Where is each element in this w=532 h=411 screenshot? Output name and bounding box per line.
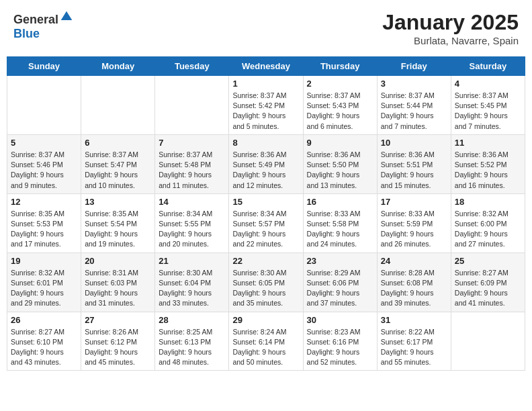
calendar-cell: 3Sunrise: 8:37 AM Sunset: 5:44 PM Daylig…	[377, 76, 451, 135]
day-number: 30	[307, 315, 373, 325]
day-number: 24	[381, 256, 447, 266]
day-number: 2	[307, 79, 373, 89]
day-info: Sunrise: 8:35 AM Sunset: 5:54 PM Dayligh…	[85, 209, 151, 250]
day-number: 17	[381, 197, 447, 207]
day-info: Sunrise: 8:23 AM Sunset: 6:16 PM Dayligh…	[307, 327, 373, 368]
day-number: 29	[232, 315, 299, 325]
logo-text: General Blue	[13, 10, 73, 41]
day-number: 7	[159, 138, 225, 148]
calendar-cell: 31Sunrise: 8:22 AM Sunset: 6:17 PM Dayli…	[377, 312, 451, 371]
calendar-cell	[451, 312, 525, 371]
calendar-cell: 6Sunrise: 8:37 AM Sunset: 5:47 PM Daylig…	[81, 134, 155, 193]
day-number: 20	[85, 256, 151, 266]
calendar-cell: 2Sunrise: 8:37 AM Sunset: 5:43 PM Daylig…	[303, 76, 377, 135]
weekday-header: Saturday	[451, 57, 525, 76]
logo-icon	[60, 10, 73, 24]
day-number: 11	[455, 138, 521, 148]
day-number: 28	[159, 315, 225, 325]
calendar-cell: 26Sunrise: 8:27 AM Sunset: 6:10 PM Dayli…	[7, 312, 81, 371]
location: Burlata, Navarre, Spain	[382, 35, 519, 46]
day-info: Sunrise: 8:36 AM Sunset: 5:49 PM Dayligh…	[232, 150, 299, 191]
day-number: 4	[455, 79, 521, 89]
logo-blue: Blue	[13, 27, 40, 40]
calendar-cell: 18Sunrise: 8:32 AM Sunset: 6:00 PM Dayli…	[451, 193, 525, 253]
day-number: 22	[232, 256, 299, 266]
calendar-cell	[155, 76, 229, 135]
day-number: 1	[232, 79, 299, 89]
day-number: 25	[455, 256, 521, 266]
calendar-cell: 5Sunrise: 8:37 AM Sunset: 5:46 PM Daylig…	[7, 134, 81, 193]
day-info: Sunrise: 8:37 AM Sunset: 5:48 PM Dayligh…	[159, 150, 225, 191]
day-info: Sunrise: 8:25 AM Sunset: 6:13 PM Dayligh…	[159, 327, 225, 368]
day-info: Sunrise: 8:29 AM Sunset: 6:06 PM Dayligh…	[307, 268, 373, 309]
day-number: 19	[11, 256, 77, 266]
calendar-cell: 17Sunrise: 8:33 AM Sunset: 5:59 PM Dayli…	[377, 193, 451, 253]
day-number: 27	[85, 315, 151, 325]
day-number: 18	[455, 197, 521, 207]
calendar-cell: 21Sunrise: 8:30 AM Sunset: 6:04 PM Dayli…	[155, 253, 229, 312]
day-info: Sunrise: 8:33 AM Sunset: 5:58 PM Dayligh…	[307, 209, 373, 250]
calendar-week-row: 26Sunrise: 8:27 AM Sunset: 6:10 PM Dayli…	[7, 312, 525, 371]
day-number: 3	[381, 79, 447, 89]
calendar-week-row: 12Sunrise: 8:35 AM Sunset: 5:53 PM Dayli…	[7, 193, 525, 253]
day-info: Sunrise: 8:27 AM Sunset: 6:10 PM Dayligh…	[11, 327, 77, 368]
day-number: 6	[85, 138, 151, 148]
day-info: Sunrise: 8:37 AM Sunset: 5:47 PM Dayligh…	[85, 150, 151, 191]
calendar-cell: 8Sunrise: 8:36 AM Sunset: 5:49 PM Daylig…	[229, 134, 303, 193]
weekday-header: Monday	[81, 57, 155, 76]
day-info: Sunrise: 8:35 AM Sunset: 5:53 PM Dayligh…	[11, 209, 77, 250]
day-info: Sunrise: 8:37 AM Sunset: 5:43 PM Dayligh…	[307, 91, 373, 132]
calendar-cell: 27Sunrise: 8:26 AM Sunset: 6:12 PM Dayli…	[81, 312, 155, 371]
weekday-header: Friday	[377, 57, 451, 76]
day-info: Sunrise: 8:32 AM Sunset: 6:00 PM Dayligh…	[455, 209, 521, 250]
day-number: 13	[85, 197, 151, 207]
day-info: Sunrise: 8:37 AM Sunset: 5:45 PM Dayligh…	[455, 91, 521, 132]
calendar-cell: 12Sunrise: 8:35 AM Sunset: 5:53 PM Dayli…	[7, 193, 81, 253]
calendar-cell: 13Sunrise: 8:35 AM Sunset: 5:54 PM Dayli…	[81, 193, 155, 253]
calendar-cell: 19Sunrise: 8:32 AM Sunset: 6:01 PM Dayli…	[7, 253, 81, 312]
day-info: Sunrise: 8:30 AM Sunset: 6:04 PM Dayligh…	[159, 268, 225, 309]
calendar-cell: 23Sunrise: 8:29 AM Sunset: 6:06 PM Dayli…	[303, 253, 377, 312]
day-info: Sunrise: 8:33 AM Sunset: 5:59 PM Dayligh…	[381, 209, 447, 250]
day-number: 10	[381, 138, 447, 148]
day-number: 16	[307, 197, 373, 207]
calendar-cell: 14Sunrise: 8:34 AM Sunset: 5:55 PM Dayli…	[155, 193, 229, 253]
day-info: Sunrise: 8:31 AM Sunset: 6:03 PM Dayligh…	[85, 268, 151, 309]
day-info: Sunrise: 8:26 AM Sunset: 6:12 PM Dayligh…	[85, 327, 151, 368]
title-block: January 2025 Burlata, Navarre, Spain	[382, 10, 519, 46]
calendar-week-row: 19Sunrise: 8:32 AM Sunset: 6:01 PM Dayli…	[7, 253, 525, 312]
calendar-cell: 20Sunrise: 8:31 AM Sunset: 6:03 PM Dayli…	[81, 253, 155, 312]
day-number: 14	[159, 197, 225, 207]
weekday-header: Sunday	[7, 57, 81, 76]
day-info: Sunrise: 8:22 AM Sunset: 6:17 PM Dayligh…	[381, 327, 447, 368]
logo: General Blue	[13, 10, 73, 41]
day-number: 5	[11, 138, 77, 148]
calendar-cell: 11Sunrise: 8:36 AM Sunset: 5:52 PM Dayli…	[451, 134, 525, 193]
calendar-cell: 24Sunrise: 8:28 AM Sunset: 6:08 PM Dayli…	[377, 253, 451, 312]
month-title: January 2025	[382, 10, 519, 35]
weekday-header-row: SundayMondayTuesdayWednesdayThursdayFrid…	[7, 57, 525, 76]
day-number: 9	[307, 138, 373, 148]
calendar-cell: 22Sunrise: 8:30 AM Sunset: 6:05 PM Dayli…	[229, 253, 303, 312]
day-info: Sunrise: 8:32 AM Sunset: 6:01 PM Dayligh…	[11, 268, 77, 309]
day-number: 23	[307, 256, 373, 266]
day-info: Sunrise: 8:24 AM Sunset: 6:14 PM Dayligh…	[232, 327, 299, 368]
calendar-cell	[7, 76, 81, 135]
page-header: General Blue January 2025 Burlata, Navar…	[7, 7, 525, 50]
calendar-cell: 7Sunrise: 8:37 AM Sunset: 5:48 PM Daylig…	[155, 134, 229, 193]
day-info: Sunrise: 8:30 AM Sunset: 6:05 PM Dayligh…	[232, 268, 299, 309]
svg-marker-0	[61, 11, 73, 20]
day-number: 31	[381, 315, 447, 325]
calendar-cell: 25Sunrise: 8:27 AM Sunset: 6:09 PM Dayli…	[451, 253, 525, 312]
calendar-cell: 10Sunrise: 8:36 AM Sunset: 5:51 PM Dayli…	[377, 134, 451, 193]
day-info: Sunrise: 8:34 AM Sunset: 5:55 PM Dayligh…	[159, 209, 225, 250]
day-info: Sunrise: 8:36 AM Sunset: 5:51 PM Dayligh…	[381, 150, 447, 191]
calendar-week-row: 5Sunrise: 8:37 AM Sunset: 5:46 PM Daylig…	[7, 134, 525, 193]
day-info: Sunrise: 8:37 AM Sunset: 5:42 PM Dayligh…	[232, 91, 299, 132]
day-info: Sunrise: 8:37 AM Sunset: 5:46 PM Dayligh…	[11, 150, 77, 191]
day-info: Sunrise: 8:36 AM Sunset: 5:52 PM Dayligh…	[455, 150, 521, 191]
calendar-cell: 28Sunrise: 8:25 AM Sunset: 6:13 PM Dayli…	[155, 312, 229, 371]
logo-general: General	[13, 13, 58, 26]
day-info: Sunrise: 8:27 AM Sunset: 6:09 PM Dayligh…	[455, 268, 521, 309]
day-info: Sunrise: 8:28 AM Sunset: 6:08 PM Dayligh…	[381, 268, 447, 309]
